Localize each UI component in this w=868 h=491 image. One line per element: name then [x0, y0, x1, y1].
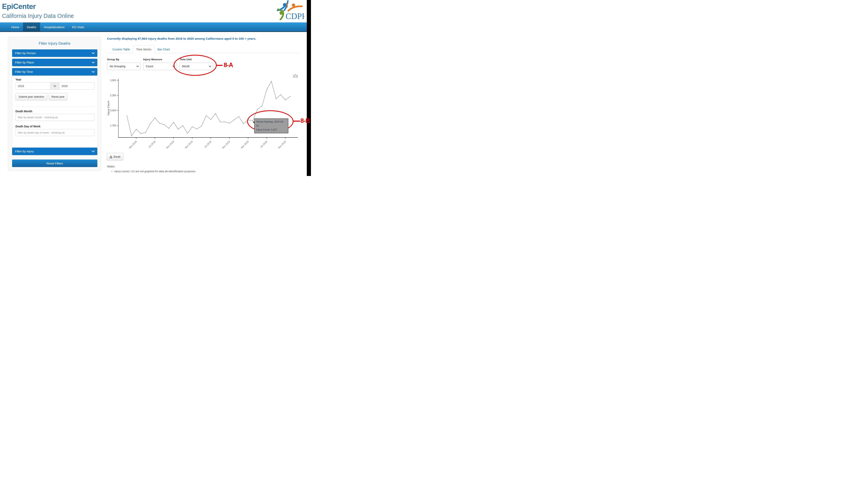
annotation-line-b: [293, 121, 300, 122]
svg-text:Jul 2020: Jul 2020: [260, 140, 268, 148]
group-by-select[interactable]: No Grouping: [107, 63, 141, 70]
svg-text:Mar 2018: Mar 2018: [128, 140, 138, 149]
death-month-input[interactable]: [16, 114, 94, 121]
svg-text:Mar 2019: Mar 2019: [184, 140, 193, 149]
injury-measure-value: Count: [143, 63, 177, 70]
tooltip-count: Injury Count: 1,827: [256, 128, 287, 132]
page: EpiCenter California Injury Data Online …: [0, 0, 311, 176]
tooltip-period: Period Starting: 2020-04-01: [256, 120, 287, 128]
submit-year-button[interactable]: Submit year selection: [16, 93, 48, 100]
tab-custom-table[interactable]: Custom Table: [110, 46, 133, 53]
chevron-down-icon: [137, 66, 139, 67]
svg-text:Nov 2018: Nov 2018: [166, 140, 175, 149]
main-navbar: Home Deaths Hospitalizations ED Visits: [0, 22, 307, 32]
svg-text:Jul 2019: Jul 2019: [204, 140, 212, 148]
injury-measure-label: Injury Measure: [143, 58, 162, 61]
accordion-filter-by-place[interactable]: Filter by Place: [12, 59, 97, 66]
bullet-icon: •: [112, 170, 113, 173]
svg-text:1,750: 1,750: [110, 124, 116, 127]
summary-text: Currently displaying 67,864 injury death…: [107, 37, 286, 40]
excel-button-label: Excel: [114, 155, 120, 158]
nav-item-ed-visits[interactable]: ED Visits: [68, 22, 88, 31]
filter-by-time-panel: Year to Submit year selection Reset year…: [12, 76, 97, 147]
excel-download-button[interactable]: Excel: [107, 153, 123, 161]
chart-tooltip: Period Starting: 2020-04-01 Injury Count…: [254, 118, 288, 133]
svg-text:Jul 2018: Jul 2018: [148, 140, 156, 148]
note-text: Injury counts <11 are not graphed for da…: [114, 170, 196, 173]
filter-sidebar: Filter Injury Deaths Filter by Person Fi…: [8, 37, 101, 171]
cdph-logo-text: CDPH: [286, 12, 305, 21]
accordion-filter-by-time[interactable]: Filter by Time: [12, 68, 97, 76]
cdph-logo-icon: CDPH: [275, 0, 305, 22]
sidebar-title: Filter Injury Deaths: [8, 41, 101, 46]
accordion-filter-by-injury[interactable]: Filter by Injury: [12, 148, 97, 155]
year-from-input[interactable]: [16, 82, 51, 90]
svg-text:2,500: 2,500: [110, 79, 116, 82]
svg-text:Mar 2020: Mar 2020: [240, 140, 249, 149]
svg-text:2,250: 2,250: [110, 94, 116, 97]
svg-text:2,000: 2,000: [110, 109, 116, 112]
tab-time-series[interactable]: Time Series: [133, 46, 154, 53]
group-by-label: Group By: [107, 58, 119, 61]
accordion-label: Filter by Person: [15, 51, 36, 55]
note-item: • Injury counts <11 are not graphed for …: [112, 170, 196, 173]
nav-item-home[interactable]: Home: [7, 22, 23, 31]
year-range-group: to: [16, 82, 94, 90]
injury-measure-select[interactable]: Count: [143, 63, 177, 70]
download-icon: [110, 155, 112, 158]
reset-filters-button[interactable]: Reset Filters: [12, 160, 97, 167]
chevron-down-icon: [92, 151, 95, 152]
reset-year-button[interactable]: Reset year: [49, 93, 67, 100]
nav-item-deaths[interactable]: Deaths: [23, 22, 40, 31]
group-by-value: No Grouping: [107, 63, 141, 70]
death-month-label: Death Month: [16, 110, 32, 113]
app-title: EpiCenter: [2, 2, 36, 11]
notes-heading: Notes:: [107, 165, 115, 168]
nav-item-hospitalizations[interactable]: Hospitalizations: [40, 22, 68, 31]
year-to-addon: to: [51, 82, 59, 90]
accordion-label: Filter by Place: [15, 61, 34, 64]
annotation-line-a: [216, 65, 222, 66]
annotation-ellipse-a: [174, 55, 217, 76]
chevron-down-icon: [92, 62, 95, 63]
tab-bar-chart[interactable]: Bar Chart: [154, 46, 173, 53]
chevron-down-icon: [92, 71, 95, 73]
view-tabs: Custom Table Time Series Bar Chart: [107, 46, 299, 53]
death-day-label: Death Day of Week: [16, 125, 40, 128]
svg-text:Injury Count: Injury Count: [107, 101, 110, 115]
svg-text:Nov 2019: Nov 2019: [221, 140, 231, 149]
accordion-label: Filter by Injury: [15, 150, 34, 153]
svg-text:Nov 2020: Nov 2020: [277, 140, 287, 149]
year-to-input[interactable]: [59, 82, 94, 90]
accordion-label: Filter by Time: [15, 70, 33, 74]
annotation-label-b: 8-B: [300, 117, 310, 124]
chevron-down-icon: [92, 52, 95, 54]
screenshot-black-edge: [307, 0, 311, 176]
death-day-input[interactable]: [16, 129, 94, 136]
annotation-label-a: 8-A: [224, 61, 233, 69]
accordion-filter-by-person[interactable]: Filter by Person: [12, 49, 97, 57]
year-label: Year: [16, 78, 22, 81]
app-subtitle: California Injury Data Online: [2, 13, 74, 19]
